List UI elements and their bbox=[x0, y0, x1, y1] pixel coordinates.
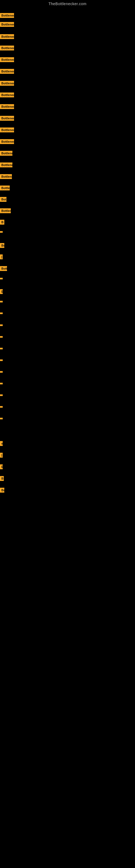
bottleneck-result-label: Bottleneck result bbox=[0, 57, 14, 62]
bottleneck-result-label: Bot bbox=[0, 197, 6, 202]
bar-row bbox=[0, 312, 3, 314]
bottleneck-result-label: Bott bbox=[0, 266, 7, 271]
bar-row: B bbox=[0, 476, 4, 481]
bar-row: | bbox=[0, 254, 3, 259]
bar-row: Bot bbox=[0, 197, 6, 202]
bar-row bbox=[0, 278, 3, 279]
bar-row: Bott bbox=[0, 266, 7, 271]
bottleneck-result-label bbox=[0, 312, 3, 314]
bar-row bbox=[0, 360, 3, 361]
bottleneck-result-label bbox=[0, 371, 3, 373]
bottleneck-result-label: e bbox=[0, 441, 3, 446]
bar-row: e bbox=[0, 441, 3, 446]
bottleneck-result-label: Bo bbox=[0, 488, 4, 493]
bar-row bbox=[0, 231, 3, 233]
bar-row: | bbox=[0, 453, 3, 458]
bar-row: E bbox=[0, 289, 3, 294]
bar-row bbox=[0, 383, 3, 384]
bottleneck-result-label: Bottleneck resu bbox=[0, 93, 14, 97]
bottleneck-result-label: Bottleneck result bbox=[0, 45, 14, 51]
bar-row: Bottleneck re bbox=[0, 162, 12, 167]
bottleneck-result-label bbox=[0, 324, 3, 326]
bottleneck-result-label: B bbox=[0, 220, 4, 225]
bottleneck-result-label: Bottleneck result bbox=[0, 13, 14, 18]
bar-row: Bottleneck resu bbox=[0, 116, 14, 121]
bottleneck-result-label bbox=[0, 394, 3, 396]
bottleneck-result-label: | bbox=[0, 254, 3, 259]
bottleneck-result-label: Bottleneck res bbox=[0, 139, 14, 144]
bottleneck-result-label bbox=[0, 301, 3, 303]
bottleneck-result-label: Bottleneck re bbox=[0, 162, 12, 167]
bar-row bbox=[0, 324, 3, 326]
bar-row: E bbox=[0, 464, 3, 469]
bottleneck-result-label: Bottleneck result bbox=[0, 34, 14, 39]
bar-row bbox=[0, 371, 3, 373]
bar-row: Bottleneck r bbox=[0, 174, 12, 179]
bar-row: Bottlene bbox=[0, 186, 10, 190]
bar-row: Bo bbox=[0, 243, 4, 248]
bar-row: Bo bbox=[0, 488, 4, 493]
bottleneck-result-label: Bottleneck resu bbox=[0, 81, 14, 86]
bottleneck-result-label bbox=[0, 278, 3, 279]
bottleneck-result-label bbox=[0, 418, 3, 420]
bottleneck-result-label: B bbox=[0, 476, 4, 481]
bar-row: Bottleneck resu bbox=[0, 127, 14, 132]
bottleneck-result-label: E bbox=[0, 464, 3, 469]
bottleneck-result-label bbox=[0, 406, 3, 408]
bottleneck-result-label: Bottleneck r bbox=[0, 174, 12, 179]
bottleneck-result-label bbox=[0, 360, 3, 361]
bar-row: Bottleneck result bbox=[0, 57, 14, 62]
bar-row: Bottleneck resu bbox=[0, 104, 14, 109]
bottleneck-result-label: Bottlene bbox=[0, 186, 10, 190]
bar-row bbox=[0, 406, 3, 408]
bar-row bbox=[0, 301, 3, 303]
bottleneck-result-label: | bbox=[0, 453, 3, 458]
bar-row: Bottleneck result bbox=[0, 13, 14, 18]
bottleneck-result-label: Bo bbox=[0, 243, 4, 248]
bottleneck-result-label: Bottleneck re bbox=[0, 151, 12, 156]
bottleneck-result-label: Bottleneck result bbox=[0, 22, 14, 27]
bar-row: Bottleneck resu bbox=[0, 69, 14, 74]
bar-row: Bottleneck resu bbox=[0, 93, 14, 97]
bar-row bbox=[0, 394, 3, 396]
site-title: TheBottlenecker.com bbox=[0, 0, 135, 7]
bar-row: Bottleneck re bbox=[0, 151, 12, 156]
bottleneck-result-label bbox=[0, 231, 3, 233]
bar-row: Bottleneck result bbox=[0, 34, 14, 39]
bottleneck-result-label: Bottleneck resu bbox=[0, 104, 14, 109]
bar-row bbox=[0, 336, 3, 338]
bar-row: Bottleneck result bbox=[0, 45, 14, 51]
bottleneck-result-label bbox=[0, 336, 3, 338]
bottleneck-result-label: Bottleneck resu bbox=[0, 69, 14, 74]
bottleneck-result-label bbox=[0, 383, 3, 384]
bottleneck-result-label: Bottleneck resu bbox=[0, 127, 14, 132]
bar-row: Bottleneck res bbox=[0, 139, 14, 144]
bar-row: Bottleneck resu bbox=[0, 81, 14, 86]
bar-row: B bbox=[0, 220, 4, 225]
bar-row: Bottleneck result bbox=[0, 22, 14, 27]
bottleneck-result-label bbox=[0, 348, 3, 349]
bottleneck-result-label: Bottleneck resu bbox=[0, 116, 14, 121]
bottleneck-result-label: E bbox=[0, 289, 3, 294]
bottleneck-result-label: Bottlen bbox=[0, 208, 11, 213]
bar-row bbox=[0, 348, 3, 349]
bar-row bbox=[0, 418, 3, 420]
bar-row: Bottlen bbox=[0, 208, 11, 213]
